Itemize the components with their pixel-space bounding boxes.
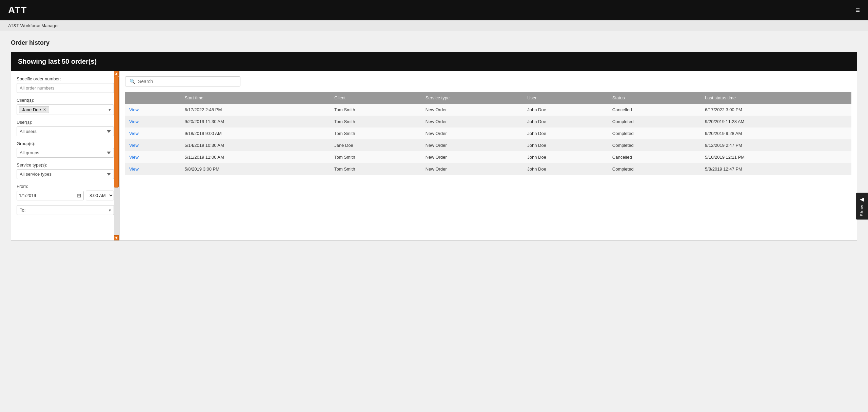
col-service-type: Service type: [421, 92, 524, 104]
row-status: Completed: [608, 163, 701, 175]
row-last-status-time: 5/8/2019 12:47 PM: [701, 163, 851, 175]
row-start-time: 9/18/2019 9:00 AM: [180, 127, 330, 139]
users-select[interactable]: All users: [17, 126, 114, 136]
view-link[interactable]: View: [129, 143, 139, 148]
service-type-select[interactable]: All service types: [17, 169, 114, 179]
row-service-type: New Order: [421, 163, 524, 175]
row-start-time: 5/14/2019 10:30 AM: [180, 139, 330, 151]
filter-panel: ▲ ▼ Specific order number: Client(s):: [11, 71, 120, 240]
view-link[interactable]: View: [129, 119, 139, 124]
col-status: Status: [608, 92, 701, 104]
panel-header: Showing last 50 order(s): [11, 52, 857, 71]
table-row: View 5/8/2019 3:00 PM Tom Smith New Orde…: [125, 163, 851, 175]
row-user: John Doe: [523, 116, 608, 127]
order-number-input[interactable]: [17, 83, 114, 93]
clients-dropdown[interactable]: Jane Doe ✕ ▼: [17, 104, 114, 115]
table-row: View 9/18/2019 9:00 AM Tom Smith New Ord…: [125, 127, 851, 139]
row-start-time: 6/17/2022 2:45 PM: [180, 104, 330, 116]
from-section: From: 1/1/2019 ⊞ 8:00 AM: [17, 184, 114, 200]
row-last-status-time: 5/10/2019 12:11 PM: [701, 151, 851, 163]
row-start-time: 9/20/2019 11:30 AM: [180, 116, 330, 127]
calendar-icon[interactable]: ⊞: [77, 193, 81, 199]
scroll-track: [114, 76, 119, 235]
row-service-type: New Order: [421, 139, 524, 151]
from-time-select[interactable]: 8:00 AM: [86, 191, 114, 200]
show-panel-arrow-icon: ◀: [860, 196, 864, 202]
content-panel: 🔍 Start time Client Service type User St…: [120, 71, 857, 240]
row-last-status-time: 9/20/2019 9:28 AM: [701, 127, 851, 139]
table-header-row: Start time Client Service type User Stat…: [125, 92, 851, 104]
row-action[interactable]: View: [125, 139, 180, 151]
view-link[interactable]: View: [129, 131, 139, 136]
row-user: John Doe: [523, 104, 608, 116]
show-side-panel[interactable]: ◀ Show: [856, 193, 868, 219]
orders-table: Start time Client Service type User Stat…: [125, 92, 851, 175]
groups-section: Group(s): All groups: [17, 141, 114, 158]
row-status: Completed: [608, 139, 701, 151]
col-start-time: Start time: [180, 92, 330, 104]
row-last-status-time: 9/12/2019 2:47 PM: [701, 139, 851, 151]
row-service-type: New Order: [421, 151, 524, 163]
col-last-status-time: Last status time: [701, 92, 851, 104]
page-content: Order history Showing last 50 order(s) ▲…: [0, 31, 868, 249]
to-row[interactable]: To: ▾: [17, 205, 114, 215]
row-last-status-time: 9/20/2019 11:28 AM: [701, 116, 851, 127]
row-user: John Doe: [523, 151, 608, 163]
row-start-time: 5/8/2019 3:00 PM: [180, 163, 330, 175]
service-type-label: Service type(s):: [17, 162, 114, 168]
row-user: John Doe: [523, 127, 608, 139]
col-user: User: [523, 92, 608, 104]
row-service-type: New Order: [421, 104, 524, 116]
row-status: Cancelled: [608, 104, 701, 116]
row-action[interactable]: View: [125, 163, 180, 175]
to-chevron-icon: ▾: [109, 208, 111, 213]
order-number-section: Specific order number:: [17, 76, 114, 93]
table-row: View 5/11/2019 11:00 AM Tom Smith New Or…: [125, 151, 851, 163]
order-number-label: Specific order number:: [17, 76, 114, 81]
clients-dropdown-arrow: ▼: [108, 108, 112, 112]
top-nav: ATT ≡: [0, 0, 868, 20]
from-date-value: 1/1/2019: [19, 193, 76, 198]
col-action: [125, 92, 180, 104]
table-body: View 6/17/2022 2:45 PM Tom Smith New Ord…: [125, 104, 851, 175]
view-link[interactable]: View: [129, 166, 139, 172]
col-client: Client: [330, 92, 421, 104]
row-client: Tom Smith: [330, 163, 421, 175]
row-client: Jane Doe: [330, 139, 421, 151]
scroll-up-arrow[interactable]: ▲: [114, 71, 119, 76]
row-service-type: New Order: [421, 127, 524, 139]
row-user: John Doe: [523, 139, 608, 151]
show-panel-label: Show: [860, 204, 864, 216]
row-status: Completed: [608, 116, 701, 127]
panel-body: ▲ ▼ Specific order number: Client(s):: [11, 71, 857, 240]
sub-header: AT&T Workforce Manager: [0, 20, 868, 31]
view-link[interactable]: View: [129, 155, 139, 160]
from-label: From:: [17, 184, 114, 189]
row-status: Completed: [608, 127, 701, 139]
to-section: To: ▾: [17, 205, 114, 215]
row-action[interactable]: View: [125, 116, 180, 127]
users-label: User(s):: [17, 120, 114, 125]
scroll-down-arrow[interactable]: ▼: [114, 235, 119, 240]
search-bar: 🔍: [125, 76, 240, 86]
from-date-input[interactable]: 1/1/2019 ⊞: [17, 191, 84, 200]
search-input[interactable]: [138, 79, 236, 84]
search-icon: 🔍: [130, 79, 135, 84]
row-client: Tom Smith: [330, 104, 421, 116]
menu-icon[interactable]: ≡: [855, 6, 860, 15]
row-action[interactable]: View: [125, 104, 180, 116]
groups-select[interactable]: All groups: [17, 148, 114, 158]
view-link[interactable]: View: [129, 107, 139, 112]
client-tag-remove[interactable]: ✕: [43, 107, 46, 112]
row-service-type: New Order: [421, 116, 524, 127]
sub-header-title: AT&T Workforce Manager: [8, 23, 59, 28]
table-row: View 6/17/2022 2:45 PM Tom Smith New Ord…: [125, 104, 851, 116]
scroll-indicator[interactable]: ▲ ▼: [113, 71, 119, 240]
to-label: To:: [20, 208, 25, 213]
table-row: View 5/14/2019 10:30 AM Jane Doe New Ord…: [125, 139, 851, 151]
client-tag: Jane Doe ✕: [19, 106, 49, 113]
table-row: View 9/20/2019 11:30 AM Tom Smith New Or…: [125, 116, 851, 127]
row-action[interactable]: View: [125, 127, 180, 139]
from-date-row: 1/1/2019 ⊞ 8:00 AM: [17, 191, 114, 200]
row-action[interactable]: View: [125, 151, 180, 163]
